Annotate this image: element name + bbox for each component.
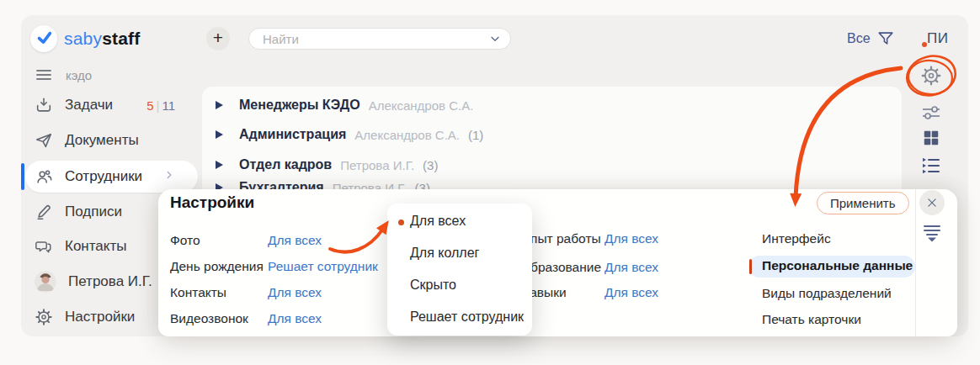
field-label: Образование	[520, 260, 605, 275]
profile-monogram[interactable]: ПИ	[927, 30, 948, 47]
panel-nav-personal-data[interactable]: Персональные данные	[762, 258, 913, 273]
add-button[interactable]: +	[206, 27, 230, 50]
funnel-icon	[876, 29, 895, 48]
badge-divider: |	[157, 98, 160, 113]
department-count: (1)	[468, 128, 483, 142]
field-value-link[interactable]: Для всех	[605, 260, 658, 275]
tasks-badge-new: 5	[146, 98, 153, 113]
paper-plane-icon	[35, 131, 53, 150]
panel-nav-department-types[interactable]: Виды подразделений	[762, 286, 892, 301]
brand-staff: staff	[102, 29, 140, 48]
privacy-row-contacts: Контакты Для всех	[170, 285, 322, 300]
settings-panel: Настройки Применить Фото Для всех День р…	[158, 189, 957, 336]
sidebar-item-tasks[interactable]: Задачи 5 | 11	[35, 91, 175, 119]
brand-saby: saby	[64, 29, 102, 48]
tasks-badge-total: 11	[162, 98, 175, 113]
saby-logo[interactable]	[30, 25, 57, 52]
department-name[interactable]: Администрация	[239, 127, 346, 142]
dropdown-item-everyone[interactable]: Для всех	[410, 214, 466, 229]
sidebar-item-label: Контакты	[65, 238, 126, 255]
workspace-label[interactable]: кэдо	[66, 68, 92, 82]
department-manager: Александров С.А.	[369, 98, 474, 113]
sidebar-item-label: Настройки	[65, 309, 135, 325]
panel-nav-selected-bar	[749, 259, 752, 274]
panel-divider	[915, 189, 916, 336]
panel-nav-card-print[interactable]: Печать карточки	[762, 312, 861, 327]
sidebar-item-label: Петрова И.Г.	[68, 273, 152, 290]
dropdown-item-employee-decides[interactable]: Решает сотрудник	[410, 309, 524, 325]
selected-dot	[398, 220, 404, 225]
dropdown-item-colleagues[interactable]: Для коллег	[410, 246, 479, 261]
chat-bubbles-icon	[35, 237, 53, 256]
privacy-row-videocall: Видеозвонок Для всех	[170, 311, 322, 326]
department-manager: Александров С.А.	[354, 128, 460, 142]
sidebar-item-label: Сотрудники	[65, 168, 142, 185]
chevron-down-icon[interactable]	[488, 32, 502, 45]
search-input[interactable]	[261, 31, 475, 47]
expand-triangle-icon[interactable]	[216, 161, 231, 169]
field-value-link[interactable]: Для всех	[605, 231, 658, 246]
field-label: Контакты	[170, 285, 268, 300]
sidebar-item-label: Подписи	[65, 204, 122, 220]
dropdown-item-hidden[interactable]: Скрыто	[410, 278, 456, 293]
privacy-row-photo: Фото Для всех	[170, 233, 322, 248]
app-window: sabystaff кэдо Задачи 5 | 11 Документы	[0, 0, 980, 365]
field-label: Навыки	[520, 285, 605, 300]
expand-triangle-icon[interactable]	[216, 101, 231, 109]
field-value-link[interactable]: Решает сотрудник	[268, 259, 378, 274]
field-label: Фото	[170, 233, 268, 248]
panel-title: Настройки	[170, 193, 254, 212]
sidebar-item-settings[interactable]: Настройки	[35, 303, 175, 331]
visibility-dropdown: Для всех Для коллег Скрыто Решает сотруд…	[387, 204, 532, 336]
field-label: День рождения	[170, 259, 268, 274]
field-value-link[interactable]: Для всех	[268, 285, 322, 300]
workspace-row: кэдо	[35, 66, 92, 84]
gear-icon	[35, 308, 53, 326]
department-row[interactable]: Менеджеры КЭДО Александров С.А.	[216, 91, 822, 119]
field-value-link[interactable]: Для всех	[268, 311, 322, 326]
field-label: Опыт работы	[520, 231, 605, 246]
expand-triangle-icon[interactable]	[216, 130, 231, 139]
saby-bird-icon	[35, 29, 53, 48]
field-value-link[interactable]: Для всех	[268, 233, 322, 248]
sidebar-item-label: Задачи	[65, 97, 113, 114]
department-count: (3)	[423, 158, 438, 172]
brand-title: sabystaff	[64, 29, 141, 49]
sidebar-item-signatures[interactable]: Подписи	[35, 198, 175, 226]
privacy-row-skills: Навыки Для всех	[520, 285, 658, 300]
department-row[interactable]: Администрация Александров С.А. (1)	[216, 120, 822, 149]
field-value-link[interactable]: Для всех	[605, 285, 658, 300]
privacy-row-education: Образование Для всех	[520, 260, 658, 275]
people-icon	[35, 167, 53, 186]
sidebar-item-contacts[interactable]: Контакты	[35, 232, 175, 261]
filter-control[interactable]: Все	[847, 29, 895, 48]
privacy-row-experience: Опыт работы Для всех	[520, 231, 658, 246]
selected-item-bar	[21, 163, 24, 190]
grid-view-icon[interactable]	[919, 126, 943, 150]
privacy-row-birthday: День рождения Решает сотрудник	[170, 259, 378, 274]
chevron-right-icon	[163, 168, 175, 185]
sidebar-item-documents[interactable]: Документы	[35, 126, 175, 155]
hamburger-icon[interactable]	[35, 66, 53, 84]
sidebar-item-employees[interactable]: Сотрудники	[35, 162, 175, 191]
department-name[interactable]: Отдел кадров	[239, 157, 332, 172]
department-name[interactable]: Менеджеры КЭДО	[239, 98, 360, 113]
sliders-icon[interactable]	[919, 101, 943, 124]
field-label: Видеозвонок	[170, 311, 268, 326]
inbox-tray-icon	[35, 96, 53, 114]
user-avatar	[35, 271, 56, 293]
close-icon	[926, 197, 938, 209]
collapse-list-icon[interactable]	[922, 223, 942, 243]
close-button[interactable]	[919, 190, 945, 215]
pen-icon	[35, 203, 53, 221]
tree-list-view-icon[interactable]	[919, 154, 943, 177]
view-settings-gear-icon[interactable]	[919, 64, 943, 87]
department-manager: Петрова И.Г.	[340, 158, 414, 172]
search-box[interactable]	[248, 28, 511, 50]
sidebar-item-profile[interactable]: Петрова И.Г.	[35, 267, 175, 296]
filter-label: Все	[847, 31, 871, 46]
tasks-badges: 5 | 11	[146, 98, 175, 113]
panel-nav-interface[interactable]: Интерфейс	[762, 231, 831, 246]
apply-button[interactable]: Применить	[817, 192, 909, 214]
sidebar-item-label: Документы	[65, 132, 139, 149]
